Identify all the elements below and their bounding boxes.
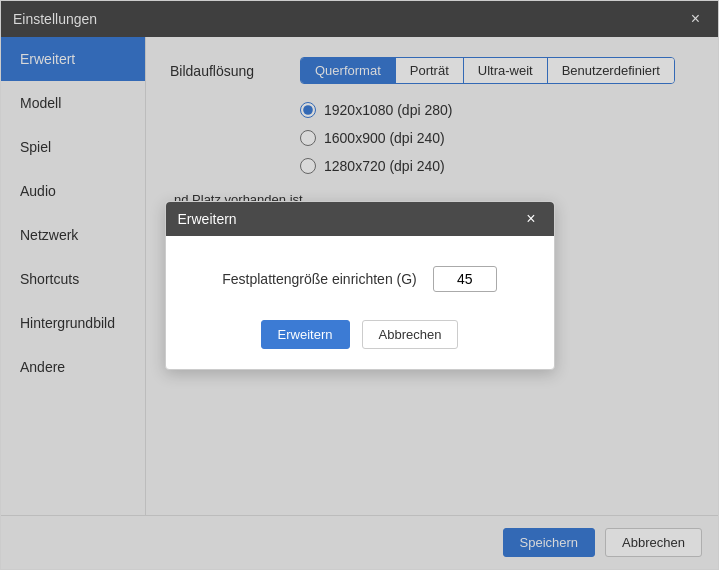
modal-title: Erweitern xyxy=(178,211,237,227)
modal-field-row: Festplattengröße einrichten (G) xyxy=(190,266,530,292)
modal-extend-button[interactable]: Erweitern xyxy=(261,320,350,349)
modal-overlay: Erweitern × Festplattengröße einrichten … xyxy=(1,1,718,569)
modal-field-label: Festplattengröße einrichten (G) xyxy=(222,271,417,287)
modal-actions: Erweitern Abbrechen xyxy=(190,320,530,349)
modal-titlebar: Erweitern × xyxy=(166,202,554,236)
modal-close-button[interactable]: × xyxy=(520,208,541,230)
main-window: Einstellungen × Erweitert Modell Spiel A… xyxy=(0,0,719,570)
modal-erweitern: Erweitern × Festplattengröße einrichten … xyxy=(165,201,555,370)
disk-size-input[interactable] xyxy=(433,266,497,292)
modal-cancel-button[interactable]: Abbrechen xyxy=(362,320,459,349)
modal-body: Festplattengröße einrichten (G) Erweiter… xyxy=(166,236,554,369)
